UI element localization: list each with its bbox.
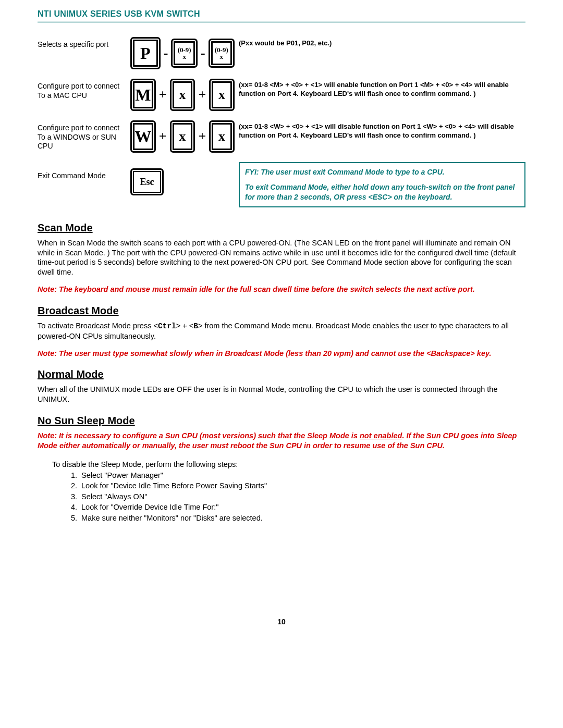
key-x: x bbox=[209, 79, 235, 111]
broadcast-mode-heading: Broadcast Mode bbox=[38, 305, 525, 317]
normal-mode-body: When all of the UNIMUX mode LEDs are OFF… bbox=[38, 385, 525, 404]
nosun-steps: Select "Power Manager" Look for "Device … bbox=[79, 471, 525, 524]
exit-info-box: FYI: The user must exit Command Mode to … bbox=[239, 162, 525, 207]
key-esc: Esc bbox=[130, 168, 164, 195]
cmd-keys-port: P - (0-9) x - (0-9) x bbox=[130, 37, 235, 69]
cmd-desc-win: Configure port to connect To a WINDOWS o… bbox=[38, 120, 126, 151]
header-rule bbox=[38, 21, 525, 22]
list-item: Look for "Device Idle Time Before Power … bbox=[79, 481, 525, 491]
exit-info-line2: To exit Command Mode, either hold down a… bbox=[245, 182, 519, 202]
cmd-keys-exit: Esc bbox=[130, 162, 235, 195]
exit-info-line1: FYI: The user must exit Command Mode to … bbox=[245, 167, 519, 177]
nosun-mode-heading: No Sun Sleep Mode bbox=[38, 415, 525, 427]
key-P: P bbox=[130, 37, 161, 69]
scan-mode-heading: Scan Mode bbox=[38, 222, 525, 234]
key-digit: (0-9) x bbox=[209, 39, 235, 68]
normal-mode-heading: Normal Mode bbox=[38, 368, 525, 380]
dash-icon: - bbox=[164, 45, 168, 61]
cmd-desc-mac: Configure port to connect To a MAC CPU bbox=[38, 79, 126, 100]
key-digit: (0-9) x bbox=[171, 39, 197, 68]
list-item: Select "Power Manager" bbox=[79, 471, 525, 481]
cmd-desc-exit: Exit Command Mode bbox=[38, 162, 126, 181]
plus-icon: + bbox=[159, 129, 167, 144]
scan-mode-body: When in Scan Mode the switch scans to ea… bbox=[38, 238, 525, 277]
broadcast-mode-body: To activate Broadcast Mode press <Ctrl> … bbox=[38, 321, 525, 341]
cmd-desc-port: Selects a specific port bbox=[38, 37, 126, 50]
page-header: NTI UNIMUX SERIES USB KVM SWITCH bbox=[38, 9, 525, 19]
cmd-keys-win: W + x + x bbox=[130, 120, 235, 153]
command-table: Selects a specific port P - (0-9) x - (0… bbox=[38, 37, 525, 207]
dash-icon: - bbox=[201, 45, 205, 61]
nosun-intro: To disable the Sleep Mode, perform the f… bbox=[52, 460, 525, 468]
cmd-keys-mac: M + x + x bbox=[130, 79, 235, 111]
nosun-mode-note: Note: It is necessary to configure a Sun… bbox=[38, 431, 525, 451]
key-M: M bbox=[130, 79, 156, 111]
scan-mode-note: Note: The keyboard and mouse must remain… bbox=[38, 285, 525, 294]
key-W: W bbox=[130, 120, 156, 153]
plus-icon: + bbox=[198, 129, 206, 144]
key-x: x bbox=[209, 120, 235, 153]
key-x: x bbox=[170, 79, 195, 111]
plus-icon: + bbox=[159, 87, 167, 103]
cmd-note-mac: (xx= 01-8 <M> + <0> + <1> will enable fu… bbox=[239, 79, 525, 98]
list-item: Look for "Override Device Idle Time For:… bbox=[79, 502, 525, 513]
cmd-note-win: (xx= 01-8 <W> + <0> + <1> will disable f… bbox=[239, 120, 525, 140]
plus-icon: + bbox=[198, 87, 206, 103]
list-item: Select "Always ON" bbox=[79, 492, 525, 502]
page-number: 10 bbox=[38, 618, 525, 626]
broadcast-mode-note: Note: The user must type somewhat slowly… bbox=[38, 349, 525, 359]
key-x: x bbox=[170, 120, 195, 153]
cmd-note-port: (Pxx would be P01, P02, etc.) bbox=[239, 37, 525, 48]
list-item: Make sure neither "Monitors" nor "Disks"… bbox=[79, 513, 525, 524]
